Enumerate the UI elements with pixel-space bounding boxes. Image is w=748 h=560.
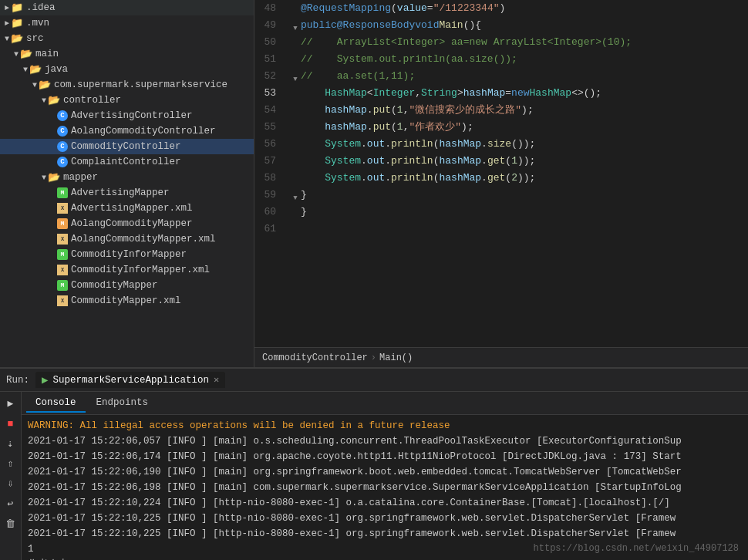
code-line-53: HashMap<Integer,String> hashMap=new Hash…: [290, 85, 748, 102]
tree-item-main[interactable]: ▼ 📂 main: [0, 46, 254, 62]
line-num-60: 60: [254, 204, 281, 221]
tree-item-commoditymapper[interactable]: M CommodityMapper: [0, 278, 254, 293]
fold-btn[interactable]: ▼: [290, 20, 301, 31]
breadcrumb-method[interactable]: Main(): [379, 353, 413, 363]
console-line-2: 2021-01-17 15:22:06,174 [INFO ] [main] o…: [28, 449, 742, 464]
folder-open-icon: 📂: [20, 48, 32, 60]
fold-btn: [290, 122, 301, 133]
clear-button[interactable]: 🗑: [2, 515, 19, 532]
tree-item-commodityinfomapperxml[interactable]: X CommodityInforMapper.xml: [0, 262, 254, 278]
stop-button[interactable]: ■: [2, 415, 19, 432]
code-line-54: hashMap.put(1,"微信搜索少的成长之路");: [290, 102, 748, 119]
console-line-3: 2021-01-17 15:22:06,190 [INFO ] [main] o…: [28, 464, 742, 480]
tree-label: controller: [63, 95, 121, 106]
tree-label: .mvn: [26, 18, 49, 29]
code-line-57: System.out.println(hashMap.get(1));: [290, 153, 748, 170]
run-label: Run:: [6, 375, 29, 386]
scroll-down-button[interactable]: ⇩: [2, 475, 19, 492]
class-icon: C: [57, 126, 68, 137]
main-area: ► 📁 .idea ► 📁 .mvn ▼ 📂 src ▼ 📂 main ▼ 📂 …: [0, 0, 748, 367]
editor-area: 48 49 50 51 52 53 54 55 56 57 58 59 60 6…: [254, 0, 748, 367]
tree-item-commoditymapperxml[interactable]: X CommodityMapper.xml: [0, 293, 254, 309]
console-line-6: 2021-01-17 15:22:10,225 [INFO ] [http-ni…: [28, 511, 742, 526]
code-line-58: System.out.println(hashMap.get(2));: [290, 170, 748, 187]
tree-label: AdvertisingMapper: [71, 187, 170, 198]
code-content[interactable]: @RequestMapping(value = "/11223344") ▼ p…: [287, 0, 748, 347]
run-icon: ▶: [42, 373, 48, 386]
close-icon[interactable]: ✕: [214, 374, 219, 386]
fold-btn: [290, 37, 301, 48]
breadcrumb-controller[interactable]: CommodityController: [262, 353, 368, 363]
tree-label: mapper: [63, 172, 98, 183]
tree-item-aolangmapper[interactable]: M AolangCommodityMapper: [0, 216, 254, 231]
folder-open-icon: 📂: [29, 63, 42, 76]
fold-btn[interactable]: ▼: [290, 190, 301, 201]
tree-item-advertisingmapper[interactable]: M AdvertisingMapper: [0, 185, 254, 201]
tree-item-mvn[interactable]: ► 📁 .mvn: [0, 15, 254, 31]
tree-item-java[interactable]: ▼ 📂 java: [0, 62, 254, 77]
console-line-7: 2021-01-17 15:22:10,225 [INFO ] [http-ni…: [28, 526, 742, 541]
line-num-54: 54: [254, 102, 281, 119]
wrap-button[interactable]: ↩: [2, 495, 19, 512]
console-output[interactable]: WARNING: All illegal access operations w…: [22, 415, 748, 560]
code-line-52: ▼ // aa.set(1,11);: [290, 68, 748, 85]
run-tab[interactable]: ▶ SupermarkServiceApplication ✕: [35, 372, 225, 388]
console-line-1: 2021-01-17 15:22:06,057 [INFO ] [main] o…: [28, 433, 742, 449]
chevron-icon: ▼: [14, 50, 19, 59]
code-line-59: ▼ }: [290, 187, 748, 204]
tree-label: CommodityInforMapper.xml: [71, 265, 210, 275]
code-line-61: [290, 221, 748, 238]
watermark: https://blog.csdn.net/weixin_44907128: [534, 543, 739, 554]
fold-btn: [290, 207, 301, 218]
folder-open-icon: 📂: [11, 32, 23, 45]
tree-item-com[interactable]: ▼ 📂 com.supermark.supermarkservice: [0, 77, 254, 93]
tree-item-mapper[interactable]: ▼ 📂 mapper: [0, 170, 254, 185]
bottom-panel: Run: ▶ SupermarkServiceApplication ✕ ▶ ■…: [0, 367, 748, 560]
tree-item-aolangcontroller[interactable]: C AolangCommodityController: [0, 123, 254, 139]
folder-open-icon: 📂: [48, 171, 60, 184]
tree-item-complaintcontroller[interactable]: C ComplaintController: [0, 154, 254, 170]
tree-label: CommodityMapper.xml: [71, 295, 181, 306]
scroll-up-button[interactable]: ⇧: [2, 455, 19, 472]
tree-item-controller[interactable]: ▼ 📂 controller: [0, 93, 254, 108]
folder-open-icon: 📂: [48, 94, 60, 106]
tab-console[interactable]: Console: [26, 394, 86, 413]
mapper-icon: M: [57, 187, 68, 198]
tree-label: AolangCommodityMapper.xml: [71, 234, 216, 245]
tree-label: src: [26, 33, 44, 44]
tree-item-advertisingcontroller[interactable]: C AdvertisingController: [0, 108, 254, 123]
code-line-48: @RequestMapping(value = "/11223344"): [290, 0, 748, 17]
line-num-49: 49: [254, 17, 281, 34]
chevron-icon: ▼: [23, 66, 28, 74]
tree-item-src[interactable]: ▼ 📂 src: [0, 31, 254, 46]
rerun-button[interactable]: ▶: [2, 395, 19, 412]
tree-item-aolangmapperxml[interactable]: X AolangCommodityMapper.xml: [0, 231, 254, 247]
tab-endpoints[interactable]: Endpoints: [87, 394, 158, 413]
tree-label: com.supermark.supermarkservice: [54, 79, 227, 90]
code-editor[interactable]: 48 49 50 51 52 53 54 55 56 57 58 59 60 6…: [254, 0, 748, 347]
tree-label: java: [45, 64, 68, 75]
chevron-icon: ▼: [32, 81, 37, 89]
line-num-50: 50: [254, 34, 281, 51]
mapper-icon: M: [57, 218, 68, 229]
fold-btn: ▼: [290, 71, 301, 82]
line-num-52: 52: [254, 68, 281, 85]
code-line-51: // System.out.println(aa.size());: [290, 51, 748, 68]
tree-label: AolangCommodityController: [71, 126, 216, 137]
xml-icon: X: [57, 295, 68, 306]
tree-item-advertisingmapperxml[interactable]: X AdvertisingMapper.xml: [0, 201, 254, 216]
fold-btn: [290, 54, 301, 65]
line-num-59: 59: [254, 187, 281, 204]
line-num-57: 57: [254, 153, 281, 170]
line-num-61: 61: [254, 221, 281, 238]
tree-item-commoditycontroller[interactable]: C CommodityController: [0, 139, 254, 154]
fold-btn[interactable]: [290, 3, 301, 14]
tree-label: AdvertisingController: [71, 110, 193, 121]
scroll-end-button[interactable]: ⇣: [2, 435, 19, 452]
tree-item-commodityinfomapper[interactable]: M CommodityInforMapper: [0, 247, 254, 262]
line-num-58: 58: [254, 170, 281, 187]
chevron-icon: ►: [5, 19, 9, 28]
panel-tabs: Console Endpoints: [22, 392, 748, 415]
tree-item-idea[interactable]: ► 📁 .idea: [0, 0, 254, 15]
fold-btn: [290, 156, 301, 167]
